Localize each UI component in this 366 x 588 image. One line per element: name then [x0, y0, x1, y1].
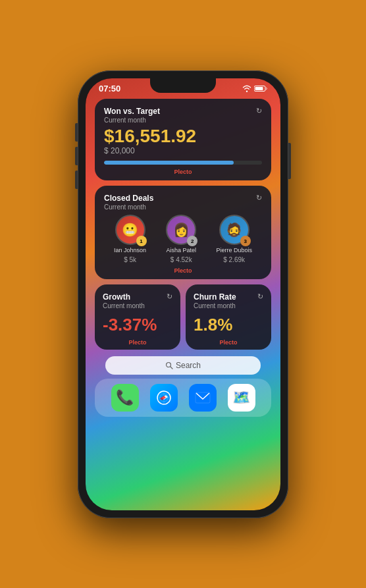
dock-phone-icon[interactable]: 📞: [111, 384, 139, 412]
closed-deals-subtitle: Current month: [104, 203, 153, 211]
person-value-aisha: $ 4.52k: [170, 256, 192, 263]
won-target-refresh-icon[interactable]: ↻: [256, 107, 262, 115]
status-time: 07:50: [99, 84, 120, 94]
won-target-widget: Won vs. Target Current month ↻ $16,551.9…: [95, 99, 271, 181]
phone-screen: 07:50: [86, 78, 280, 510]
person-name-aisha: Aisha Patel: [166, 247, 196, 254]
churn-subtitle: Current month: [194, 302, 236, 309]
progress-bar-fill: [104, 161, 234, 165]
search-icon: [165, 361, 173, 369]
growth-refresh-icon[interactable]: ↻: [167, 292, 172, 301]
svg-rect-1: [255, 87, 263, 90]
won-target-footer: Plecto: [104, 169, 262, 175]
person-value-ian: $ 5k: [124, 256, 136, 263]
dock-safari-icon[interactable]: [150, 384, 178, 412]
person-name-ian: Ian Johnson: [114, 247, 146, 254]
churn-refresh-icon[interactable]: ↻: [257, 292, 263, 301]
person-aisha: 👩 2 Aisha Patel $ 4.52k: [166, 215, 196, 263]
rank-badge-pierre: 3: [240, 236, 251, 246]
person-ian: 😬 1 Ian Johnson $ 5k: [114, 215, 146, 263]
person-name-pierre: Pierre Dubois: [216, 247, 252, 254]
svg-point-2: [166, 363, 170, 367]
search-bar[interactable]: Search: [105, 356, 261, 375]
dock-mail-icon[interactable]: [189, 384, 217, 412]
churn-title: Churn Rate: [194, 292, 236, 302]
growth-widget: Growth Current month ↻ -3.37% Plecto: [95, 284, 180, 350]
battery-icon: [254, 85, 267, 92]
status-icons: [242, 85, 267, 92]
progress-bar-bg: [104, 161, 262, 165]
phone-outer: 07:50: [78, 70, 288, 518]
rank-badge-aisha: 2: [187, 236, 197, 246]
won-target-title: Won vs. Target: [104, 107, 160, 116]
churn-widget: Churn Rate Current month ↻ 1.8% Plecto: [186, 284, 271, 350]
person-value-pierre: $ 2.69k: [223, 256, 245, 263]
growth-footer: Plecto: [103, 339, 172, 346]
search-placeholder: Search: [176, 361, 201, 370]
wifi-icon: [242, 85, 251, 92]
volume-up-button[interactable]: [75, 147, 78, 165]
growth-title: Growth: [103, 292, 145, 302]
power-button[interactable]: [288, 143, 291, 179]
svg-line-3: [170, 367, 172, 369]
growth-value: -3.37%: [103, 315, 172, 335]
won-target-big-value: $16,551.92: [104, 126, 262, 147]
closed-deals-title: Closed Deals: [104, 194, 153, 203]
won-target-sub-value: $ 20,000: [104, 146, 262, 155]
volume-silent-button[interactable]: [75, 123, 78, 142]
won-target-subtitle: Current month: [104, 117, 160, 124]
closed-deals-widget: Closed Deals Current month ↻ 😬 1 Ian Joh…: [95, 186, 271, 279]
dock-maps-icon[interactable]: 🗺️: [228, 384, 255, 412]
dock: 📞 🗺️: [95, 379, 271, 417]
churn-value: 1.8%: [194, 315, 263, 335]
closed-deals-footer: Plecto: [104, 267, 262, 274]
closed-deals-refresh-icon[interactable]: ↻: [256, 194, 262, 202]
churn-footer: Plecto: [194, 339, 263, 346]
notch: [150, 78, 216, 93]
volume-down-button[interactable]: [75, 171, 78, 189]
rank-badge-ian: 1: [136, 236, 147, 246]
person-pierre: 🧔 3 Pierre Dubois $ 2.69k: [216, 215, 252, 263]
growth-subtitle: Current month: [103, 302, 145, 309]
